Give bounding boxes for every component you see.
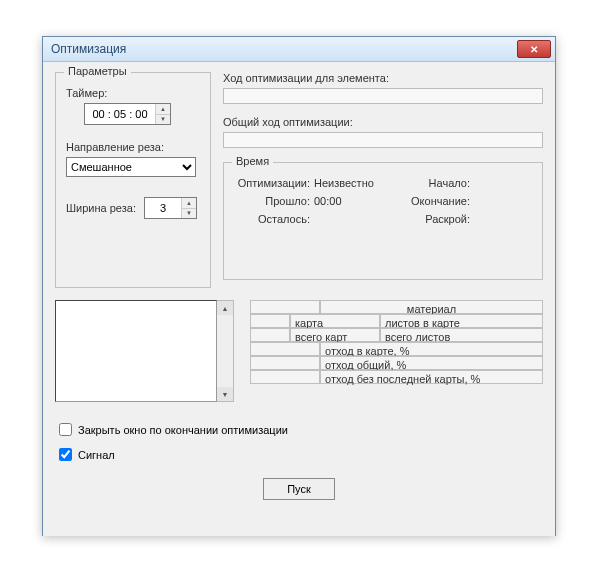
- width-spinner[interactable]: ▲ ▼: [144, 197, 197, 219]
- signal-row[interactable]: Сигнал: [55, 445, 543, 464]
- optimization-dialog: Оптимизация ✕ Параметры Таймер: ▲ ▼: [42, 36, 556, 536]
- waste-no-last-header: отход без последней карты, %: [320, 370, 543, 384]
- run-button[interactable]: Пуск: [263, 478, 335, 500]
- close-icon: ✕: [530, 44, 538, 55]
- width-label: Ширина реза:: [66, 202, 136, 214]
- element-progress-bar: [223, 88, 543, 104]
- sheets-in-card-header: листов в карте: [380, 314, 543, 328]
- scroll-up-icon[interactable]: ▲: [217, 301, 233, 315]
- signal-label: Сигнал: [78, 449, 115, 461]
- elapsed-label: Прошло:: [234, 195, 314, 207]
- close-button[interactable]: ✕: [517, 40, 551, 58]
- cutting-value: [474, 213, 532, 225]
- cutting-label: Раскрой:: [394, 213, 474, 225]
- up-icon[interactable]: ▲: [156, 104, 170, 115]
- remain-label: Осталось:: [234, 213, 314, 225]
- window-title: Оптимизация: [51, 42, 126, 56]
- total-sheets-header: всего листов: [380, 328, 543, 342]
- opt-label: Оптимизации:: [234, 177, 314, 189]
- titlebar: Оптимизация ✕: [43, 37, 555, 62]
- listbox-scrollbar[interactable]: ▲ ▼: [217, 300, 234, 402]
- table-cell: [250, 342, 320, 356]
- start-label: Начало:: [394, 177, 474, 189]
- overall-progress-label: Общий ход оптимизации:: [223, 116, 543, 128]
- close-on-finish-row[interactable]: Закрыть окно по окончании оптимизации: [55, 420, 543, 439]
- table-cell: [250, 300, 320, 314]
- parameters-group: Параметры Таймер: ▲ ▼ Направление реза: [55, 72, 211, 288]
- table-cell: [250, 356, 320, 370]
- remain-value: [314, 213, 394, 225]
- elapsed-value: 00:00: [314, 195, 394, 207]
- up-icon[interactable]: ▲: [182, 198, 196, 209]
- client-area: Параметры Таймер: ▲ ▼ Направление реза: [43, 62, 555, 536]
- width-input[interactable]: [145, 198, 181, 218]
- down-icon[interactable]: ▼: [156, 115, 170, 125]
- material-header: материал: [320, 300, 543, 314]
- table-cell: [250, 328, 290, 342]
- results-area: ▲ ▼ материал карта листов в карте всего …: [55, 300, 543, 402]
- element-progress-label: Ход оптимизации для элемента:: [223, 72, 543, 84]
- close-on-finish-label: Закрыть окно по окончании оптимизации: [78, 424, 288, 436]
- start-value: [474, 177, 532, 189]
- table-cell: [250, 370, 320, 384]
- overall-progress-bar: [223, 132, 543, 148]
- down-icon[interactable]: ▼: [182, 209, 196, 219]
- timer-input[interactable]: [85, 104, 155, 124]
- timer-spinner[interactable]: ▲ ▼: [84, 103, 171, 125]
- card-header: карта: [290, 314, 380, 328]
- total-cards-header: всего карт: [290, 328, 380, 342]
- scroll-down-icon[interactable]: ▼: [217, 387, 233, 401]
- opt-value: Неизвестно: [314, 177, 394, 189]
- end-value: [474, 195, 532, 207]
- close-on-finish-checkbox[interactable]: [59, 423, 72, 436]
- table-cell: [250, 314, 290, 328]
- results-listbox[interactable]: [55, 300, 217, 402]
- direction-label: Направление реза:: [66, 141, 200, 153]
- end-label: Окончание:: [394, 195, 474, 207]
- signal-checkbox[interactable]: [59, 448, 72, 461]
- options-checkboxes: Закрыть окно по окончании оптимизации Си…: [55, 420, 543, 464]
- time-group-title: Время: [232, 155, 273, 167]
- timer-label: Таймер:: [66, 87, 200, 99]
- parameters-group-title: Параметры: [64, 65, 131, 77]
- scroll-track[interactable]: [217, 315, 233, 387]
- time-group: Время Оптимизации: Неизвестно Начало: Пр…: [223, 162, 543, 280]
- direction-select[interactable]: Смешанное: [66, 157, 196, 177]
- waste-card-header: отход в карте, %: [320, 342, 543, 356]
- stats-table: материал карта листов в карте всего карт…: [250, 300, 543, 402]
- waste-total-header: отход общий, %: [320, 356, 543, 370]
